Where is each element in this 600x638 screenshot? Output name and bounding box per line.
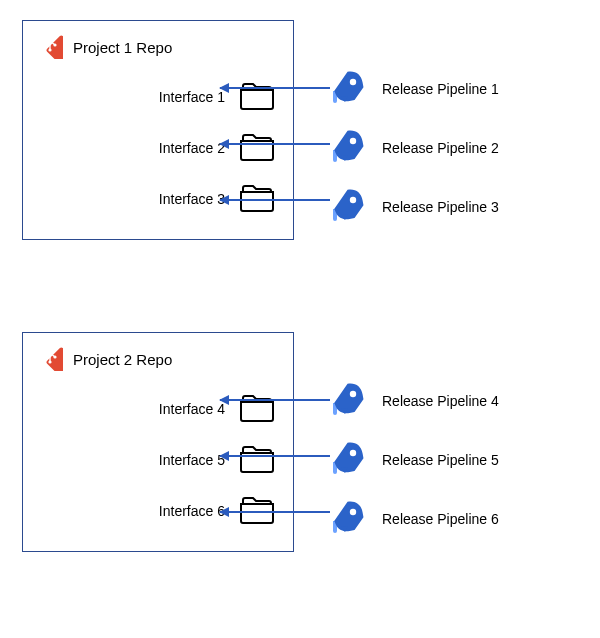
arrow-icon <box>220 399 330 401</box>
interface-label: Interface 3 <box>159 191 225 207</box>
arrow-icon <box>220 199 330 201</box>
rocket-icon <box>330 186 368 227</box>
pipeline-group-2: Release Pipeline 4 Release Pipeline 5 Re… <box>330 380 580 557</box>
interface-label: Interface 2 <box>159 140 225 156</box>
git-icon <box>37 345 63 374</box>
pipeline-label: Release Pipeline 2 <box>382 140 499 156</box>
pipeline-row: Release Pipeline 2 <box>330 127 580 168</box>
rocket-icon <box>330 68 368 109</box>
svg-point-15 <box>350 391 356 397</box>
arrow-icon <box>220 143 330 145</box>
arrow-icon <box>220 455 330 457</box>
repo-title: Project 2 Repo <box>73 351 172 368</box>
pipeline-label: Release Pipeline 1 <box>382 81 499 97</box>
interface-label: Interface 5 <box>159 452 225 468</box>
interface-label: Interface 4 <box>159 401 225 417</box>
repo-title: Project 1 Repo <box>73 39 172 56</box>
pipeline-row: Release Pipeline 1 <box>330 68 580 109</box>
folder-icon <box>239 80 275 113</box>
folder-icon <box>239 131 275 164</box>
svg-point-12 <box>350 79 356 85</box>
arrow-icon <box>220 511 330 513</box>
rocket-icon <box>330 498 368 539</box>
pipeline-label: Release Pipeline 3 <box>382 199 499 215</box>
git-icon <box>37 33 63 62</box>
rocket-icon <box>330 380 368 421</box>
interface-row: Interface 5 <box>37 443 279 476</box>
interface-label: Interface 1 <box>159 89 225 105</box>
interface-row: Interface 2 <box>37 131 279 164</box>
pipeline-row: Release Pipeline 5 <box>330 439 580 480</box>
svg-point-17 <box>350 509 356 515</box>
svg-point-16 <box>350 450 356 456</box>
folder-icon <box>239 392 275 425</box>
svg-point-13 <box>350 138 356 144</box>
pipeline-row: Release Pipeline 3 <box>330 186 580 227</box>
interface-label: Interface 6 <box>159 503 225 519</box>
pipeline-row: Release Pipeline 4 <box>330 380 580 421</box>
svg-rect-6 <box>46 347 63 371</box>
repo-box-1: Project 1 Repo Interface 1 Interface 2 I… <box>22 20 294 240</box>
svg-rect-0 <box>46 35 63 59</box>
pipeline-label: Release Pipeline 6 <box>382 511 499 527</box>
repo-header-2: Project 2 Repo <box>37 345 279 374</box>
repo-box-2: Project 2 Repo Interface 4 Interface 5 I… <box>22 332 294 552</box>
interface-row: Interface 4 <box>37 392 279 425</box>
folder-icon <box>239 443 275 476</box>
pipeline-label: Release Pipeline 5 <box>382 452 499 468</box>
interface-row: Interface 1 <box>37 80 279 113</box>
arrow-icon <box>220 87 330 89</box>
svg-point-14 <box>350 197 356 203</box>
pipeline-group-1: Release Pipeline 1 Release Pipeline 2 Re… <box>330 68 580 245</box>
rocket-icon <box>330 439 368 480</box>
repo-header-1: Project 1 Repo <box>37 33 279 62</box>
pipeline-label: Release Pipeline 4 <box>382 393 499 409</box>
rocket-icon <box>330 127 368 168</box>
pipeline-row: Release Pipeline 6 <box>330 498 580 539</box>
